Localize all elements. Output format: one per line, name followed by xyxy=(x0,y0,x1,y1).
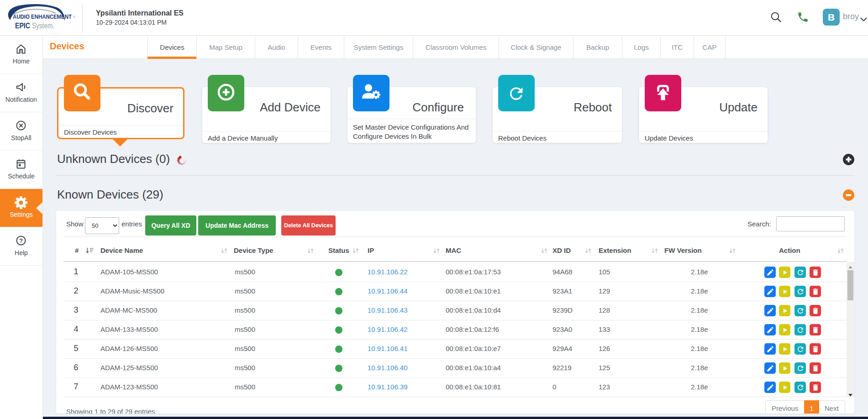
svg-text:AUDIO ENHANCEMENT: AUDIO ENHANCEMENT xyxy=(13,14,72,20)
svg-text:System.: System. xyxy=(32,21,54,30)
svg-text:EPIC: EPIC xyxy=(15,21,30,30)
svg-text:®: ® xyxy=(73,16,75,19)
svg-text:?: ? xyxy=(19,238,23,244)
